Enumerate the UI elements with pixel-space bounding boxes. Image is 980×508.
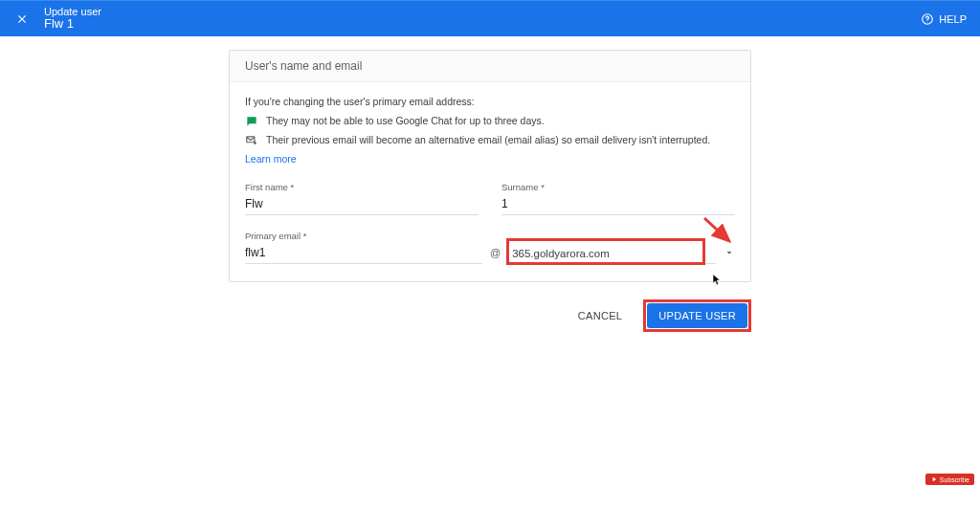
help-label: HELP	[939, 13, 967, 25]
first-name-input[interactable]	[245, 195, 479, 215]
submit-wrap: UPDATE USER	[643, 299, 751, 332]
chevron-down-icon	[724, 247, 735, 258]
header-titles: Update user Flw 1	[44, 6, 101, 31]
name-row: First name * Surname *	[245, 182, 735, 215]
domain-select[interactable]	[508, 242, 716, 264]
actions-row: CANCEL UPDATE USER	[229, 299, 751, 332]
help-button[interactable]: HELP	[921, 12, 967, 26]
note-list: They may not be able to use Google Chat …	[245, 115, 735, 147]
note-text: They may not be able to use Google Chat …	[266, 115, 545, 126]
header-subtitle: Flw 1	[44, 17, 101, 31]
surname-label: Surname *	[501, 182, 735, 192]
header-bar: Update user Flw 1 HELP	[0, 0, 980, 36]
first-name-label: First name *	[245, 182, 479, 192]
play-icon	[930, 475, 938, 483]
svg-point-1	[927, 21, 928, 22]
first-name-col: First name *	[245, 182, 479, 215]
cancel-button[interactable]: CANCEL	[570, 304, 630, 327]
subscribe-label: Subscribe	[940, 476, 969, 483]
card-body: If you're changing the user's primary em…	[230, 82, 750, 281]
domain-col	[508, 242, 735, 264]
note-text: Their previous email will become an alte…	[266, 134, 710, 145]
at-symbol: @	[486, 247, 504, 264]
help-icon	[921, 12, 934, 26]
surname-col: Surname *	[501, 182, 735, 215]
email-row: Primary email * @	[245, 231, 735, 264]
email-alias-icon	[245, 134, 258, 147]
learn-more-link[interactable]: Learn more	[245, 153, 297, 165]
note-lead: If you're changing the user's primary em…	[245, 96, 735, 107]
note-item: Their previous email will become an alte…	[245, 134, 735, 147]
note-item: They may not be able to use Google Chat …	[245, 115, 735, 128]
surname-input[interactable]	[501, 195, 735, 215]
chat-icon	[245, 115, 258, 128]
primary-email-input[interactable]	[245, 244, 482, 264]
update-user-button[interactable]: UPDATE USER	[647, 303, 747, 328]
primary-email-col: Primary email *	[245, 231, 482, 264]
close-icon	[15, 12, 29, 26]
domain-dropdown-toggle[interactable]	[724, 247, 735, 264]
content-wrap: User's name and email If you're changing…	[229, 50, 751, 332]
card-heading: User's name and email	[230, 51, 750, 82]
subscribe-badge[interactable]: Subscribe	[925, 474, 974, 485]
card: User's name and email If you're changing…	[229, 50, 751, 282]
primary-email-label: Primary email *	[245, 231, 482, 241]
close-button[interactable]	[13, 11, 31, 28]
